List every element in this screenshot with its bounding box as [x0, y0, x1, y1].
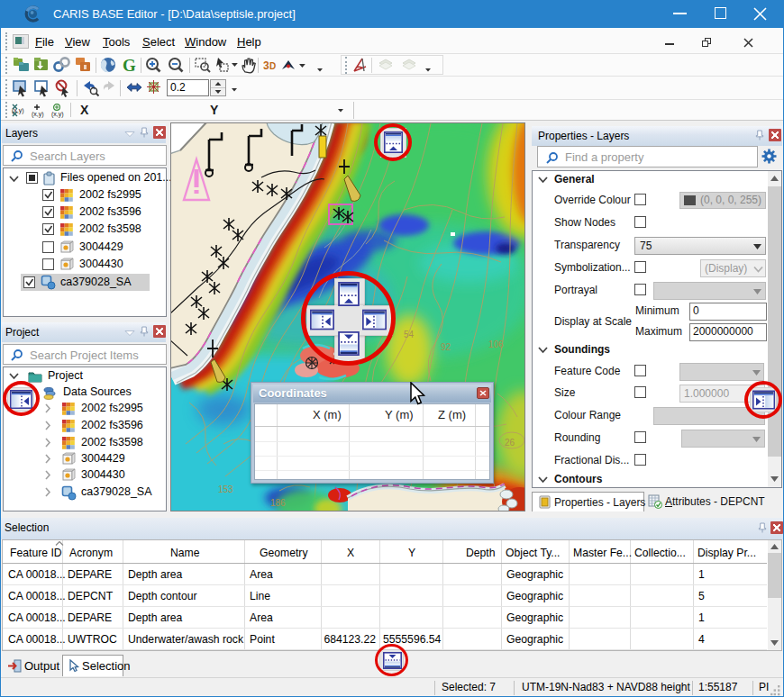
svg-text:186: 186	[270, 498, 286, 508]
svg-text:92: 92	[441, 342, 451, 352]
svg-text:26: 26	[505, 438, 515, 448]
svg-text:(x,y): (x,y)	[51, 111, 64, 118]
svg-text:153: 153	[218, 484, 233, 494]
svg-text:(x,y): (x,y)	[32, 111, 44, 118]
svg-text:3: 3	[263, 59, 269, 72]
svg-text:54: 54	[404, 330, 415, 339]
svg-text:G: G	[123, 56, 136, 75]
svg-text:D: D	[269, 61, 276, 71]
svg-text:(x,y): (x,y)	[12, 107, 24, 114]
svg-text:106: 106	[488, 339, 504, 349]
